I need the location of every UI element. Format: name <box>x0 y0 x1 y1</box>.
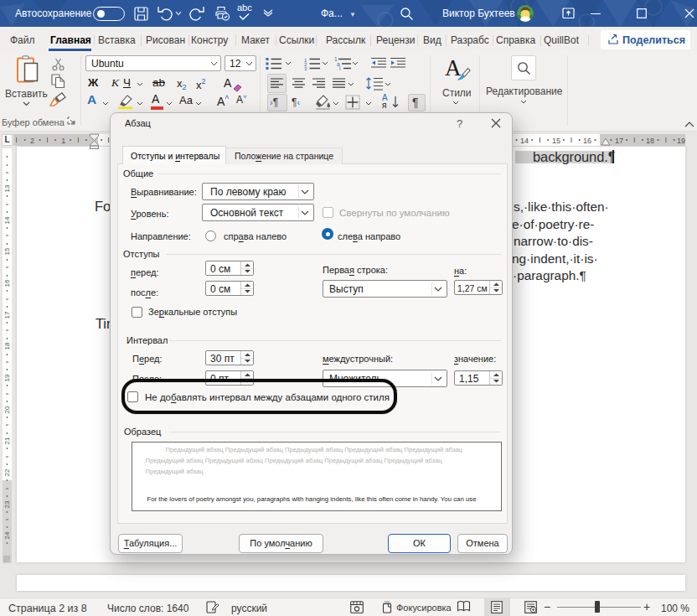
svg-text:2: 2 <box>30 137 34 145</box>
svg-text:i: i <box>339 65 340 70</box>
svg-text:1: 1 <box>61 137 65 145</box>
svg-text:17: 17 <box>615 137 623 145</box>
svg-text:21: 21 <box>3 437 11 444</box>
svg-text:14: 14 <box>520 137 529 145</box>
svg-text:20: 20 <box>3 406 11 413</box>
svg-text:14: 14 <box>3 216 11 224</box>
svg-text:3: 3 <box>304 66 307 70</box>
svg-text:24: 24 <box>3 531 11 539</box>
svg-text:17: 17 <box>3 311 11 318</box>
svg-text:23: 23 <box>3 500 11 508</box>
svg-text:16: 16 <box>583 137 591 145</box>
svg-text:15: 15 <box>552 137 560 145</box>
svg-text:13: 13 <box>3 184 11 192</box>
svg-text:18: 18 <box>646 137 654 145</box>
svg-text:15: 15 <box>3 247 11 255</box>
svg-text:19: 19 <box>677 137 685 145</box>
svg-text:22: 22 <box>3 468 11 476</box>
svg-text:18: 18 <box>3 342 11 349</box>
svg-text:19: 19 <box>3 374 11 381</box>
svg-text:16: 16 <box>3 279 11 287</box>
